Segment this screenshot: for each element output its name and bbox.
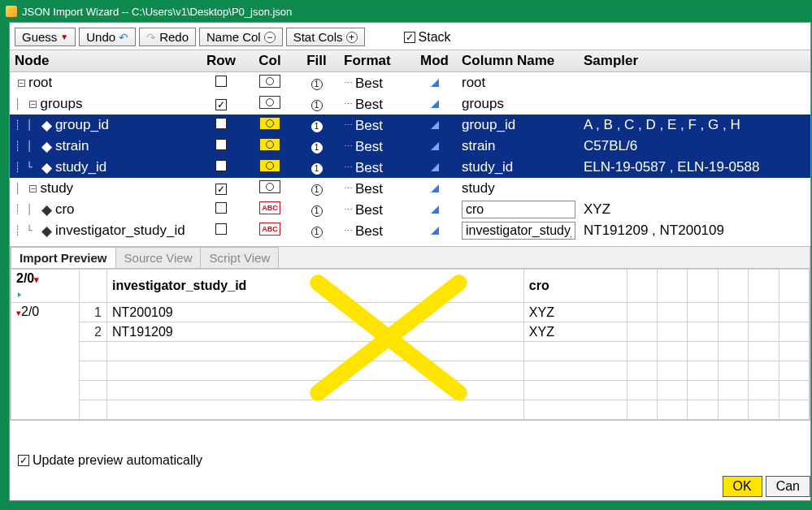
- col-type-icon[interactable]: [259, 138, 280, 151]
- fill-icon[interactable]: 1: [311, 227, 323, 238]
- tab-source-view[interactable]: Source View: [115, 247, 202, 268]
- col-type-icon[interactable]: [259, 159, 280, 172]
- mod-icon[interactable]: [431, 100, 439, 108]
- fill-icon[interactable]: 1: [311, 184, 323, 196]
- row-number[interactable]: 2: [80, 322, 107, 342]
- node-label: root: [28, 75, 52, 91]
- tab-import-preview[interactable]: Import Preview: [11, 247, 116, 268]
- header-column-name[interactable]: Column Name: [457, 50, 579, 71]
- col-type-abc-icon[interactable]: [259, 223, 280, 236]
- preview-table[interactable]: 2/0▾ investigator_study_id cro: [11, 269, 810, 420]
- format-dropdown[interactable]: ⋯ Best: [344, 97, 383, 113]
- header-node[interactable]: Node: [10, 50, 197, 71]
- col-type-icon[interactable]: [259, 117, 280, 130]
- col-header-0[interactable]: investigator_study_id: [107, 270, 524, 303]
- mod-icon[interactable]: [431, 142, 439, 150]
- mod-icon[interactable]: [431, 121, 439, 129]
- header-sampler[interactable]: Sampler: [579, 50, 810, 71]
- fill-icon[interactable]: 1: [311, 100, 323, 111]
- header-col[interactable]: Col: [245, 50, 294, 71]
- node-label: study_id: [55, 159, 106, 175]
- format-dropdown[interactable]: ⋯ Best: [344, 223, 383, 240]
- mod-icon[interactable]: [431, 163, 439, 171]
- cell[interactable]: XYZ: [523, 303, 627, 322]
- expander-icon[interactable]: −: [18, 80, 25, 87]
- leaf-icon: ◆: [41, 159, 52, 176]
- tree-row[interactable]: ┊ │ ◆ cro1⋯ BestXYZ: [10, 199, 810, 220]
- tree-guide: ┊ │: [15, 140, 38, 152]
- fill-icon[interactable]: 1: [311, 163, 323, 175]
- header-row[interactable]: Row: [197, 50, 245, 71]
- leaf-icon: ◆: [41, 201, 52, 218]
- fill-icon[interactable]: 1: [311, 142, 323, 153]
- tree-guide: ┊ └: [15, 225, 38, 236]
- row-checkbox[interactable]: ✓: [215, 184, 227, 195]
- mod-icon[interactable]: [431, 184, 439, 192]
- col-type-icon[interactable]: [259, 180, 280, 193]
- corner-top[interactable]: 2/0▾: [11, 270, 80, 303]
- row-checkbox[interactable]: [215, 160, 227, 171]
- expander-icon[interactable]: −: [29, 101, 37, 108]
- row-checkbox[interactable]: [215, 118, 227, 129]
- fill-icon[interactable]: 1: [311, 121, 323, 132]
- tree-guide: │: [15, 98, 26, 110]
- fill-icon[interactable]: 1: [311, 205, 323, 217]
- corner-side[interactable]: ▾2/0: [11, 303, 80, 420]
- format-dropdown[interactable]: ⋯ Best: [344, 139, 383, 155]
- redo-button[interactable]: ↷ Redo: [139, 28, 196, 46]
- header-format[interactable]: Format: [339, 50, 412, 71]
- row-checkbox[interactable]: ✓: [215, 99, 227, 110]
- column-name-input[interactable]: [462, 201, 575, 218]
- tree-row[interactable]: − root1⋯ Bestroot: [10, 72, 810, 93]
- cell[interactable]: NT200109: [107, 303, 524, 322]
- sampler-text: A , B , C , D , E , F , G , H: [584, 117, 740, 132]
- tree-row[interactable]: │ − study✓1⋯ Beststudy: [10, 178, 810, 199]
- column-name-input[interactable]: [462, 222, 575, 240]
- guess-button[interactable]: Guess ▼: [15, 28, 76, 46]
- stack-checkbox[interactable]: ✓ Stack: [404, 30, 451, 45]
- header-mod[interactable]: Mod: [412, 50, 457, 71]
- mod-icon[interactable]: [431, 79, 439, 87]
- tree-row[interactable]: │ − groups✓1⋯ Bestgroups: [10, 93, 810, 115]
- cell[interactable]: NT191209: [107, 322, 524, 342]
- col-blank: [688, 270, 718, 303]
- row-checkbox[interactable]: [215, 76, 227, 87]
- cell[interactable]: XYZ: [523, 322, 627, 342]
- node-label: groups: [40, 96, 82, 112]
- column-name-text: study_id: [462, 159, 513, 175]
- format-dropdown[interactable]: ⋯ Best: [344, 202, 383, 218]
- node-label: strain: [55, 138, 89, 154]
- tree-row[interactable]: ┊ │ ◆ strain1⋯ BeststrainC57BL/6: [10, 136, 810, 157]
- mod-icon[interactable]: [431, 205, 439, 214]
- row-checkbox[interactable]: [215, 139, 227, 150]
- row-number[interactable]: 1: [80, 303, 107, 322]
- column-name-text: group_id: [462, 117, 515, 132]
- row-checkbox[interactable]: [215, 202, 227, 214]
- name-col-button[interactable]: Name Col −: [199, 28, 283, 46]
- format-dropdown[interactable]: ⋯ Best: [344, 118, 383, 134]
- ok-button[interactable]: OK: [723, 476, 762, 497]
- row-checkbox[interactable]: [215, 223, 227, 235]
- row-number-header: [80, 270, 107, 303]
- col-type-icon[interactable]: [259, 75, 280, 88]
- tree-row[interactable]: ┊ └ ◆ investigator_study_id1⋯ BestNT1912…: [10, 220, 810, 241]
- col-header-1[interactable]: cro: [523, 270, 627, 303]
- update-preview-checkbox[interactable]: ✓ Update preview automatically: [18, 453, 202, 468]
- undo-button[interactable]: Undo ↶: [79, 28, 136, 46]
- format-dropdown[interactable]: ⋯ Best: [344, 160, 383, 176]
- expander-icon[interactable]: −: [29, 185, 37, 192]
- mod-icon[interactable]: [431, 227, 439, 235]
- header-fill[interactable]: Fill: [294, 50, 339, 71]
- tree-row[interactable]: ┊ │ ◆ group_id1⋯ Bestgroup_idA , B , C ,…: [10, 115, 810, 136]
- stat-cols-button[interactable]: Stat Cols +: [286, 28, 365, 46]
- tab-script-view[interactable]: Script View: [200, 247, 279, 268]
- tree-grid[interactable]: Node Row Col Fill Format Mod Column Name…: [10, 50, 810, 241]
- format-dropdown[interactable]: ⋯ Best: [344, 76, 383, 92]
- col-type-abc-icon[interactable]: [259, 201, 280, 214]
- update-preview-label: Update preview automatically: [33, 453, 202, 468]
- format-dropdown[interactable]: ⋯ Best: [344, 181, 383, 197]
- fill-icon[interactable]: 1: [311, 79, 323, 90]
- tree-row[interactable]: ┊ └ ◆ study_id1⋯ Beststudy_idELN-19-0587…: [10, 157, 810, 178]
- cancel-button[interactable]: Can: [766, 476, 810, 497]
- col-type-icon[interactable]: [259, 96, 280, 109]
